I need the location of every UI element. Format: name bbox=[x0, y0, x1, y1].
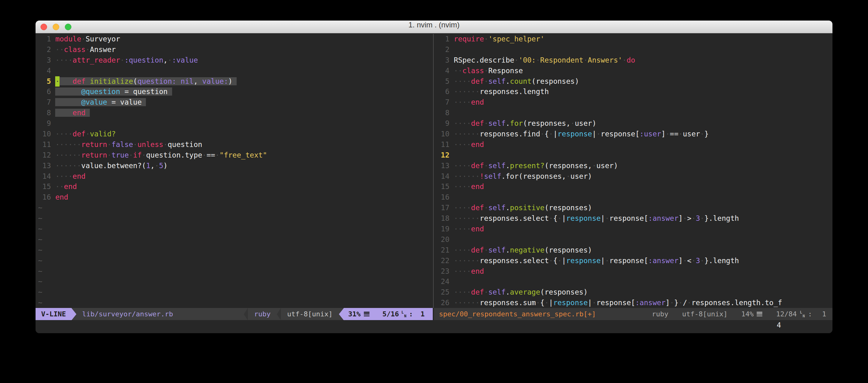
code-line[interactable]: 15··end bbox=[38, 181, 433, 192]
tilde-marker: ~ bbox=[38, 225, 42, 233]
column-position: 1 bbox=[421, 310, 425, 318]
right-pane-lines[interactable]: 1require·'spec_helper'23RSpec.describe·'… bbox=[434, 33, 833, 308]
code-line[interactable]: 8····end bbox=[38, 108, 433, 118]
empty-buffer-line: ~ bbox=[38, 203, 433, 213]
code-line[interactable]: 5····def·initialize(question:·nil,·value… bbox=[38, 76, 433, 87]
code-text: ······value.between?(1,·5) bbox=[55, 162, 167, 170]
editor-content: 1module·Surveyor2··class·Answer3····attr… bbox=[35, 33, 833, 320]
code-text: ······responses.select·{·|response|·resp… bbox=[454, 256, 739, 265]
file-name: lib/surveyor/answer.rb bbox=[76, 310, 173, 318]
code-text: ······responses.sum·{·|response|·respons… bbox=[454, 299, 782, 307]
code-line[interactable]: 5····def·self.count(responses) bbox=[436, 76, 833, 87]
code-line[interactable]: 3RSpec.describe·'00:·Respondent·Answers'… bbox=[436, 55, 833, 66]
line-number-icon: LN bbox=[402, 310, 407, 318]
left-pane: 1module·Surveyor2··class·Answer3····attr… bbox=[35, 33, 433, 320]
selected-code-text: ······@question·=·question bbox=[55, 88, 172, 96]
statusline-left: V-LINE lib/surveyor/answer.rb ruby utf-8… bbox=[35, 308, 433, 320]
code-line[interactable]: 12 bbox=[436, 150, 833, 161]
selected-code-text: ····end bbox=[55, 109, 90, 117]
code-text: ······return·false·unless·question bbox=[55, 140, 202, 148]
powerline-arrow-icon bbox=[244, 308, 248, 320]
code-line[interactable]: 2 bbox=[436, 44, 833, 55]
code-text: ····end bbox=[454, 225, 484, 233]
code-line[interactable]: 25····def·self.average(responses) bbox=[436, 287, 833, 298]
code-line[interactable]: 20 bbox=[436, 235, 833, 245]
vertical-split-separator[interactable] bbox=[433, 33, 434, 320]
code-line[interactable]: 6······responses.length bbox=[436, 86, 833, 97]
code-line[interactable]: 24 bbox=[436, 277, 833, 287]
code-line[interactable]: 11····end bbox=[436, 139, 833, 150]
code-line[interactable]: 9····def·self.for(responses,·user) bbox=[436, 118, 833, 129]
code-line[interactable]: 14······!self.for(responses,·user) bbox=[436, 171, 833, 182]
code-line[interactable]: 13······value.between?(1,·5) bbox=[38, 161, 433, 171]
code-text: ······return·true·if·question.type·==·"f… bbox=[55, 151, 267, 159]
code-text: ····attr_reader·:question,·:value bbox=[55, 56, 198, 64]
code-line[interactable]: 14····end bbox=[38, 171, 433, 182]
line-number: 26 bbox=[436, 298, 450, 308]
code-line[interactable]: 1module·Surveyor bbox=[38, 34, 433, 44]
line-number: 11 bbox=[436, 139, 450, 150]
scroll-percent: 14% bbox=[741, 310, 763, 318]
empty-buffer-line: ~ bbox=[38, 224, 433, 235]
code-line[interactable]: 21····def·self.negative(responses) bbox=[436, 245, 833, 256]
line-number: 8 bbox=[436, 108, 450, 118]
code-line[interactable]: 7······@value·=·value bbox=[38, 97, 433, 108]
code-line[interactable]: 23····end bbox=[436, 266, 833, 277]
powerline-arrow-icon bbox=[339, 308, 344, 320]
code-line[interactable]: 17····def·self.positive(responses) bbox=[436, 203, 833, 213]
line-number: 3 bbox=[38, 55, 51, 66]
line-number: 2 bbox=[436, 44, 450, 55]
line-number: 9 bbox=[38, 118, 51, 129]
line-number: 18 bbox=[436, 213, 450, 224]
empty-buffer-line: ~ bbox=[38, 287, 433, 298]
code-line[interactable]: 22······responses.select·{·|response|·re… bbox=[436, 256, 833, 266]
line-number: 19 bbox=[436, 224, 450, 235]
code-text: end bbox=[55, 193, 68, 201]
empty-buffer-line: ~ bbox=[38, 213, 433, 224]
code-line[interactable]: 11······return·false·unless·question bbox=[38, 139, 433, 150]
code-line[interactable]: 8 bbox=[436, 108, 833, 118]
line-number: 8 bbox=[38, 108, 51, 118]
code-line[interactable]: 10····def·valid? bbox=[38, 129, 433, 139]
filetype-indicator: ruby bbox=[248, 310, 277, 318]
code-text: ······responses.length bbox=[454, 88, 549, 96]
line-number: 6 bbox=[436, 86, 450, 97]
code-line[interactable]: 9 bbox=[38, 118, 433, 129]
right-pane: 1require·'spec_helper'23RSpec.describe·'… bbox=[434, 33, 833, 320]
code-line[interactable]: 10······responses.find·{·|response|·resp… bbox=[436, 129, 833, 139]
tilde-marker: ~ bbox=[38, 299, 42, 307]
line-number: 25 bbox=[436, 287, 450, 298]
line-number: 22 bbox=[436, 256, 450, 266]
code-line[interactable]: 16 bbox=[436, 192, 833, 203]
code-line[interactable]: 19····end bbox=[436, 224, 833, 235]
tilde-marker: ~ bbox=[38, 267, 42, 275]
code-line[interactable]: 4 bbox=[38, 66, 433, 76]
trigram-icon bbox=[757, 312, 762, 316]
code-line[interactable]: 15····end bbox=[436, 181, 833, 192]
code-line[interactable]: 7····end bbox=[436, 97, 833, 108]
line-position: 12/84 LN : 1 bbox=[776, 310, 826, 318]
line-number: 15 bbox=[436, 181, 450, 192]
cursor-block: · bbox=[55, 76, 60, 87]
tilde-marker: ~ bbox=[38, 256, 42, 265]
line-number: 3 bbox=[436, 55, 450, 66]
code-line[interactable]: 2··class·Answer bbox=[38, 44, 433, 55]
tilde-marker: ~ bbox=[38, 277, 42, 285]
code-line[interactable]: 6······@question·=·question bbox=[38, 86, 433, 97]
code-line[interactable]: 4··class·Response bbox=[436, 66, 833, 76]
code-line[interactable]: 18······responses.select·{·|response|·re… bbox=[436, 213, 833, 224]
code-line[interactable]: 13····def·self.present?(responses,·user) bbox=[436, 161, 833, 171]
selected-code-text: ····def·initialize(question:·nil,·value:… bbox=[55, 77, 237, 85]
code-line[interactable]: 26······responses.sum·{·|response|·respo… bbox=[436, 298, 833, 308]
code-text: ····def·self.negative(responses) bbox=[454, 246, 592, 254]
title-bar[interactable]: 1. nvim . (nvim) bbox=[35, 21, 833, 33]
code-text: ······responses.find·{·|response|·respon… bbox=[454, 130, 709, 138]
code-line[interactable]: 12······return·true·if·question.type·==·… bbox=[38, 150, 433, 161]
code-line[interactable]: 1require·'spec_helper' bbox=[436, 34, 833, 44]
scroll-percent: 31% bbox=[348, 310, 361, 318]
line-number: 12 bbox=[38, 150, 51, 161]
tilde-marker: ~ bbox=[38, 214, 42, 222]
code-line[interactable]: 3····attr_reader·:question,·:value bbox=[38, 55, 433, 66]
left-pane-lines[interactable]: 1module·Surveyor2··class·Answer3····attr… bbox=[35, 33, 433, 308]
code-line[interactable]: 16end bbox=[38, 192, 433, 203]
